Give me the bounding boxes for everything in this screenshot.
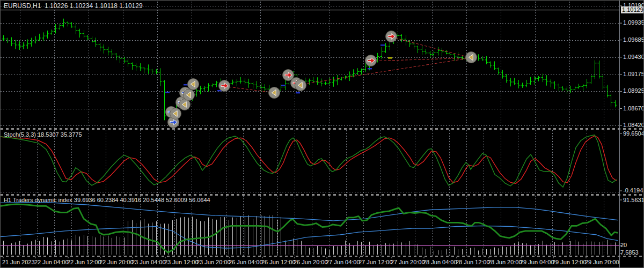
time-axis-label: 22 Jun 04:00 — [34, 259, 69, 265]
time-axis-label: 22 Jun 20:00 — [99, 259, 134, 265]
time-axis-label: 26 Jun 20:00 — [294, 259, 328, 265]
panel-separator-tdi[interactable] — [1, 194, 644, 196]
time-axis-label: 28 Jun 04:00 — [423, 259, 457, 265]
order-price-tick[interactable] — [368, 68, 372, 69]
price-axis-label: 1.09685 — [623, 36, 644, 43]
time-axis-label: 23 Jun 04:00 — [131, 259, 166, 265]
tdi-axis-level-label: 20 — [620, 242, 627, 248]
order-price-tick[interactable] — [165, 92, 170, 93]
tdi-volatility-histogram — [4, 215, 616, 255]
time-axis-label: 23 Jun 12:00 — [164, 259, 199, 265]
time-axis-label: 23 Jun 20:00 — [196, 259, 231, 265]
price-axis-label: 1.09935 — [623, 19, 644, 26]
current-price-badge: 1.10129 — [621, 6, 644, 13]
trade-marker-exit-icon[interactable] — [170, 108, 181, 120]
price-axis-label: 1.08670 — [623, 105, 644, 111]
time-axis-label: 26 Jun 04:00 — [229, 259, 263, 265]
trade-result-line[interactable] — [371, 58, 471, 61]
chart-window: EURUSD,H1 1.10226 1.10234 1.10118 1.1012… — [0, 0, 644, 268]
trade-marker-exit-icon[interactable] — [269, 87, 280, 99]
trade-marker-exit-icon[interactable] — [295, 80, 306, 91]
time-axis-label: 26 Jun 12:00 — [261, 259, 296, 265]
time-axis-label: 29 Jun 04:00 — [520, 259, 554, 265]
trade-marker-exit-icon[interactable] — [188, 79, 199, 90]
order-price-tick[interactable] — [184, 84, 188, 85]
price-axis-label: 1.08420 — [623, 122, 644, 128]
trade-marker-exit-icon[interactable] — [184, 90, 195, 101]
time-axis-label: 21 Jun 2023 — [2, 259, 35, 265]
order-price-tick[interactable] — [296, 92, 300, 93]
axis-border-line — [619, 1, 620, 268]
tdi-upper-band-line — [1, 202, 618, 221]
time-axis-label: 27 Jun 20:00 — [391, 259, 425, 265]
trade-marker-exit-icon[interactable] — [466, 52, 477, 63]
main-price-panel[interactable] — [1, 10, 619, 128]
panel-separator-stoch[interactable] — [1, 128, 644, 130]
stoch-axis-max-label: 99.6504 — [623, 130, 644, 137]
chart-title-ohlc: EURUSD,H1 1.10226 1.10234 1.10118 1.1012… — [4, 2, 143, 10]
time-axis-label: 22 Jun 12:00 — [67, 259, 101, 265]
price-axis-label: 1.09430 — [623, 54, 644, 60]
time-axis-label: 29 Jun 20:00 — [585, 259, 619, 265]
trade-result-line[interactable] — [299, 58, 471, 85]
tdi-indicator-label: H1 Traders dynamic index 39.6936 60.2384… — [4, 197, 210, 203]
price-bars — [2, 19, 617, 121]
chart-canvas — [1, 1, 644, 268]
stoch-indicator-label: Stoch(5,3,3) 18.5307 35.3775 — [4, 131, 82, 138]
trade-result-line[interactable] — [224, 86, 274, 93]
time-axis-label: 28 Jun 12:00 — [456, 259, 490, 265]
tdi-axis-min-label: 7.5853 — [620, 249, 639, 256]
trade-marker-sell-arrow-icon[interactable] — [365, 55, 377, 66]
time-axis-label: 29 Jun 12:00 — [552, 259, 587, 265]
time-axis-label: 28 Jun 20:00 — [488, 259, 522, 265]
time-axis-label: 27 Jun 04:00 — [326, 259, 360, 265]
order-price-tick[interactable] — [380, 44, 385, 46]
trade-marker-sell-arrow-icon[interactable] — [386, 31, 397, 42]
trade-marker-sell-arrow-icon[interactable] — [219, 80, 230, 92]
panel-separator-bottom — [1, 256, 644, 257]
price-axis-label: 1.08925 — [623, 87, 644, 94]
tdi-lower-band-line — [1, 226, 618, 248]
stochastic-panel[interactable] — [1, 135, 617, 187]
time-axis-label: 27 Jun 12:00 — [358, 259, 393, 265]
trade-result-line[interactable] — [391, 37, 471, 58]
price-axis-label: 1.09175 — [623, 71, 644, 77]
stoch-signal-line — [1, 136, 617, 184]
tdi-panel[interactable] — [1, 202, 619, 255]
order-price-tick[interactable] — [281, 85, 286, 86]
stoch-main-line — [1, 135, 617, 187]
stoch-axis-min-label: -0.4194 — [623, 187, 643, 193]
tdi-axis-max-label: 91.5631 — [623, 197, 644, 203]
order-price-tick[interactable] — [388, 57, 392, 58]
